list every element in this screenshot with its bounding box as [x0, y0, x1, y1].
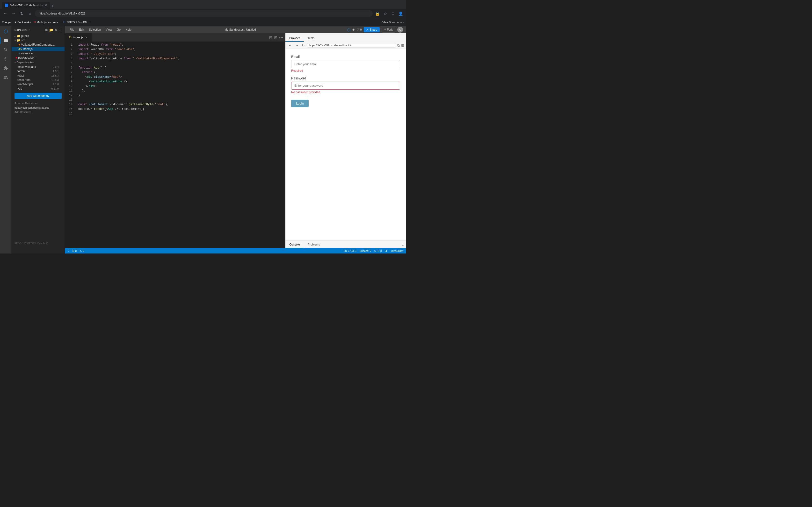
menu-file[interactable]: File [68, 27, 76, 32]
activity-explorer[interactable] [1, 36, 10, 45]
git-branch-icon: ⑂ [68, 249, 69, 252]
dep-version: 2.0.4 [53, 65, 59, 68]
activity-users[interactable] [1, 73, 10, 81]
more-actions-icon[interactable]: ••• [279, 35, 283, 40]
public-folder[interactable]: ▸ 📁 public [12, 34, 64, 38]
menu-selection[interactable]: Selection [87, 27, 103, 32]
browser-tab[interactable]: Browser [286, 35, 304, 42]
browser-forward-button[interactable]: → [294, 43, 299, 48]
menu-go[interactable]: Go [115, 27, 122, 32]
console-tab[interactable]: Console [286, 241, 304, 248]
public-folder-label: public [21, 34, 29, 38]
password-input[interactable] [291, 81, 400, 90]
heart-icon: ♡ [356, 28, 359, 32]
spiro-bookmark[interactable]: ⬡ SPIRO ILS/spDM ... [63, 20, 90, 24]
resource-url: https://cdn.com/bootstrap.css [12, 106, 64, 110]
warning-count: ⚠ 0 [80, 249, 84, 252]
tab-close-button[interactable]: ✕ [45, 4, 47, 7]
dep-react-scripts[interactable]: react-scripts 2.1.8 [12, 82, 64, 87]
bookmark-star-icon[interactable]: ☆ [382, 10, 389, 17]
new-folder-icon[interactable]: 📁 [49, 28, 53, 32]
index-js-file[interactable]: JS index.js [12, 47, 64, 51]
email-input[interactable] [291, 60, 400, 68]
dep-yup[interactable]: yup 0.27.0 [12, 87, 64, 91]
sidebar: Explorer ⊕ 📁 ↻ ⊟ ▸ 📁 public ▾ 📁 src [12, 26, 65, 253]
browser-back-button[interactable]: ← [287, 43, 293, 48]
menu-view[interactable]: View [104, 27, 114, 32]
editor-area: JS index.js ✕ ⊟ ⊞ ••• 12345 678910 [65, 33, 285, 248]
user-avatar[interactable]: U [397, 27, 403, 33]
dep-react[interactable]: react 16.8.3 [12, 73, 64, 78]
address-bar[interactable] [35, 10, 373, 17]
login-button[interactable]: Login [291, 100, 309, 107]
top-right-actions: ⬡ + ♡ 0 ↗ Share ⑂ Fork U [347, 27, 403, 33]
new-file-icon[interactable]: ⊕ [45, 28, 48, 32]
fork-button[interactable]: ⑂ Fork [382, 27, 395, 33]
error-count: ⊗ 0 [72, 249, 77, 252]
split-editor-icon[interactable]: ⊟ [269, 35, 272, 40]
browser-content: Email Required Password No password prov… [286, 49, 406, 240]
share-button[interactable]: ↗ Share [364, 27, 379, 32]
collapse-console-icon[interactable]: ∧ [400, 242, 406, 248]
css-file-icon: # [18, 52, 20, 55]
tests-tab[interactable]: Tests [304, 35, 318, 42]
editor-tab-index-js[interactable]: JS index.js ✕ [65, 33, 92, 42]
app-container: ⬡ Explorer ⊕ 📁 ↻ ⊟ [0, 26, 406, 253]
profile-icon[interactable]: 👤 [397, 10, 404, 17]
layout-icon[interactable]: ⊞ [274, 35, 277, 40]
back-button[interactable]: ← [2, 10, 9, 17]
code-content[interactable]: import React from "react"; import ReactD… [74, 42, 285, 248]
src-folder[interactable]: ▾ 📁 src [12, 38, 64, 43]
tab-close-icon[interactable]: ✕ [85, 36, 88, 39]
browser-url-input[interactable] [307, 43, 396, 48]
styles-css-file[interactable]: # styles.css [12, 51, 64, 56]
dep-name: react-scripts [17, 82, 33, 86]
menu-edit[interactable]: Edit [77, 27, 86, 32]
dep-react-dom[interactable]: react-dom 16.8.3 [12, 78, 64, 82]
bookmarks-label: Bookmarks [17, 21, 31, 24]
browser-copy-button[interactable]: ⧉ [397, 44, 400, 48]
folder-chevron: ▸ [14, 35, 16, 38]
dep-formik[interactable]: formik 1.5.1 [12, 69, 64, 73]
cursor-position: Ln 1, Col 1 [344, 249, 357, 252]
mail-bookmark[interactable]: ✉ Mail - james.quick... [34, 20, 60, 24]
language-info: JavaScript [391, 249, 403, 252]
heart-button[interactable]: ♡ 0 [356, 28, 362, 32]
browser-new-window-button[interactable]: ⊡ [401, 44, 404, 47]
add-resource-button[interactable]: Add Resource [12, 110, 64, 114]
activity-extensions[interactable] [1, 64, 10, 72]
validated-form-file[interactable]: ■ ValidatedFormCompone... [12, 43, 64, 47]
extensions-icon[interactable]: ⬡ [390, 10, 396, 17]
refresh-explorer-icon[interactable]: ↻ [54, 28, 57, 32]
breadcrumb-text: My Sandboxes / Untitled [224, 28, 256, 32]
spaces-info: Spaces: 2 [360, 249, 371, 252]
menu-help[interactable]: Help [123, 27, 134, 32]
package-json-file[interactable]: ■ package.json [12, 56, 64, 60]
activity-logo[interactable]: ⬡ [1, 27, 10, 36]
browser-refresh-button[interactable]: ↻ [301, 43, 306, 48]
home-button[interactable]: ⌂ [27, 10, 33, 17]
email-form-group: Email Required [291, 55, 400, 72]
code-editor[interactable]: 12345 678910 1112131415 16 import React … [65, 42, 285, 248]
activity-bar: ⬡ [0, 26, 12, 253]
bookmarks-folder[interactable]: ★ Bookmarks [14, 20, 31, 24]
other-bookmarks[interactable]: Other Bookmarks › [382, 21, 404, 24]
mail-icon: ✉ [34, 20, 36, 24]
forward-button[interactable]: → [10, 10, 17, 17]
activity-search[interactable] [1, 45, 10, 54]
collapse-icon[interactable]: ⊟ [58, 28, 62, 32]
active-tab[interactable]: 3x7vlv3521 - CodeSandbox ✕ [2, 2, 50, 9]
plus-icon[interactable]: + [352, 27, 355, 32]
dependencies-section[interactable]: ▾ Dependencies [12, 60, 64, 65]
dep-email-validator[interactable]: email-validator 2.0.4 [12, 65, 64, 69]
apps-bookmark[interactable]: ⊞ Apps [2, 20, 11, 24]
src-folder-icon: 📁 [17, 39, 20, 42]
bookmarks-bar: ⊞ Apps ★ Bookmarks ✉ Mail - james.quick.… [0, 18, 406, 26]
activity-git[interactable] [1, 55, 10, 63]
problems-tab[interactable]: Problems [304, 241, 324, 248]
refresh-button[interactable]: ↻ [18, 10, 25, 17]
dep-version: 2.1.8 [53, 83, 59, 86]
new-tab-button[interactable]: + [51, 4, 54, 9]
file-tree: ▸ 📁 public ▾ 📁 src ■ ValidatedFormCompon… [12, 34, 64, 253]
add-dependency-button[interactable]: Add Dependency [14, 93, 62, 99]
